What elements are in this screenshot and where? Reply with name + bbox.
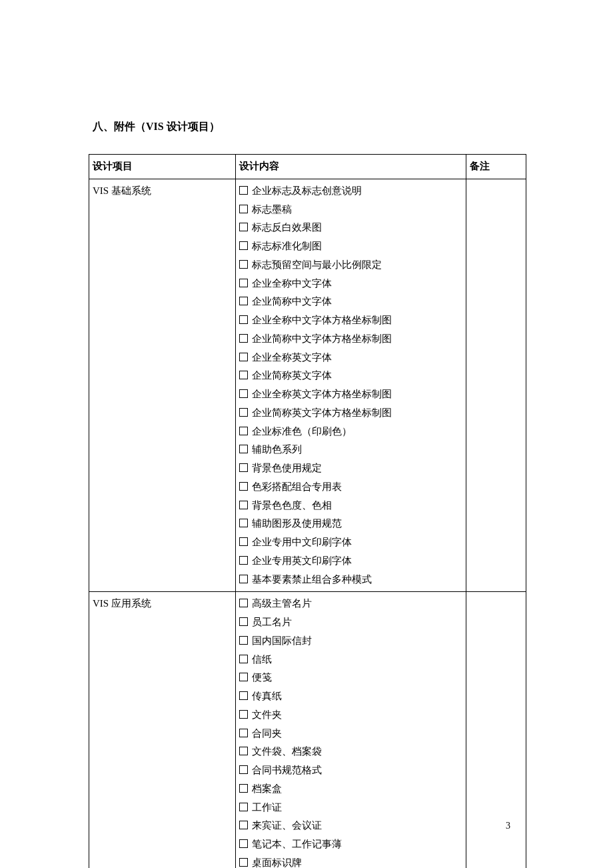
content-item: 员工名片	[239, 613, 462, 632]
content-item-label: 辅助图形及使用规范	[252, 518, 342, 529]
content-item-label: 员工名片	[252, 617, 292, 627]
content-item: 企业专用英文印刷字体	[239, 552, 462, 571]
checkbox-icon	[239, 617, 248, 626]
content-item: 高级主管名片	[239, 595, 462, 613]
content-item-label: 合同夹	[252, 728, 282, 739]
checkbox-icon	[239, 353, 248, 361]
content-item-label: 企业全称中文字体	[252, 278, 332, 289]
content-item: 文件夹	[239, 706, 462, 725]
page-number: 3	[506, 821, 510, 831]
content-item-label: 便笺	[252, 672, 272, 683]
content-item: 基本要素禁止组合多种模式	[239, 571, 462, 589]
checkbox-icon	[239, 655, 248, 663]
content-item: 标志反白效果图	[239, 219, 462, 237]
content-item-label: 文件夹	[252, 709, 282, 720]
cell-content: 企业标志及标志创意说明标志墨稿标志反白效果图标志标准化制图标志预留空间与最小比例…	[236, 179, 466, 592]
content-item-label: 企业全称英文字体方格坐标制图	[252, 389, 392, 399]
content-item: 企业全称英文字体方格坐标制图	[239, 385, 462, 404]
content-item: 标志预留空间与最小比例限定	[239, 256, 462, 275]
content-item: 背景色使用规定	[239, 459, 462, 478]
header-content: 设计内容	[236, 155, 466, 179]
table-row: VIS 应用系统高级主管名片员工名片国内国际信封信纸便笺传真纸文件夹合同夹文件袋…	[89, 592, 526, 868]
content-item-label: 背景色色度、色相	[252, 500, 332, 511]
content-item-label: 标志预留空间与最小比例限定	[252, 259, 382, 270]
checkbox-icon	[239, 371, 248, 379]
header-project: 设计项目	[89, 155, 236, 179]
content-item-label: 文件袋、档案袋	[252, 746, 322, 757]
content-item-label: 企业全称中文字体方格坐标制图	[252, 315, 392, 325]
content-item-label: 合同书规范格式	[252, 765, 322, 775]
checkbox-icon	[239, 315, 248, 324]
content-item-label: 桌面标识牌	[252, 857, 302, 868]
content-item-label: 工作证	[252, 802, 282, 813]
checkbox-icon	[239, 599, 248, 607]
content-item: 企业简称英文字体方格坐标制图	[239, 404, 462, 423]
checkbox-icon	[239, 408, 248, 417]
checkbox-icon	[239, 186, 248, 195]
content-item: 企业简称中文字体	[239, 293, 462, 311]
content-item-label: 企业标准色（印刷色）	[252, 426, 352, 437]
content-item: 合同书规范格式	[239, 761, 462, 780]
checkbox-icon	[239, 482, 248, 491]
content-item-label: 档案盒	[252, 783, 282, 794]
content-item: 信纸	[239, 651, 462, 669]
checkbox-icon	[239, 334, 248, 343]
checkbox-icon	[239, 765, 248, 774]
checkbox-icon	[239, 691, 248, 700]
content-item-label: 基本要素禁止组合多种模式	[252, 574, 372, 585]
checkbox-icon	[239, 821, 248, 829]
content-item: 企业标志及标志创意说明	[239, 182, 462, 201]
checkbox-icon	[239, 710, 248, 719]
content-item-label: 辅助色系列	[252, 444, 302, 455]
content-item-label: 笔记本、工作记事薄	[252, 839, 342, 849]
checkbox-icon	[239, 205, 248, 213]
checkbox-icon	[239, 297, 248, 305]
content-item: 企业简称英文字体	[239, 367, 462, 385]
checkbox-icon	[239, 537, 248, 546]
cell-content: 高级主管名片员工名片国内国际信封信纸便笺传真纸文件夹合同夹文件袋、档案袋合同书规…	[236, 592, 466, 868]
content-item: 工作证	[239, 799, 462, 817]
checkbox-icon	[239, 501, 248, 509]
content-item: 合同夹	[239, 725, 462, 743]
content-item: 桌面标识牌	[239, 854, 462, 868]
checkbox-icon	[239, 747, 248, 755]
checkbox-icon	[239, 839, 248, 848]
checkbox-icon	[239, 389, 248, 398]
checkbox-icon	[239, 556, 248, 565]
checkbox-icon	[239, 729, 248, 737]
content-item: 传真纸	[239, 687, 462, 706]
content-item-label: 背景色使用规定	[252, 463, 322, 473]
content-item-label: 企业专用中文印刷字体	[252, 537, 352, 547]
content-item-label: 企业标志及标志创意说明	[252, 185, 362, 196]
content-item-label: 标志标准化制图	[252, 241, 322, 251]
content-item: 企业标准色（印刷色）	[239, 423, 462, 441]
checkbox-icon	[239, 673, 248, 681]
checkbox-icon	[239, 575, 248, 583]
content-item: 背景色色度、色相	[239, 497, 462, 515]
content-item-label: 来宾证、会议证	[252, 820, 322, 831]
content-item: 企业全称中文字体	[239, 275, 462, 293]
checkbox-icon	[239, 223, 248, 231]
checkbox-icon	[239, 784, 248, 793]
content-item-label: 企业全称英文字体	[252, 352, 332, 363]
content-item-label: 传真纸	[252, 691, 282, 701]
checkbox-icon	[239, 463, 248, 472]
checkbox-icon	[239, 241, 248, 250]
content-item-label: 企业简称英文字体	[252, 370, 332, 381]
content-item-label: 色彩搭配组合专用表	[252, 481, 342, 492]
vis-table: 设计项目 设计内容 备注 VIS 基础系统企业标志及标志创意说明标志墨稿标志反白…	[89, 154, 526, 868]
cell-project: VIS 基础系统	[89, 179, 236, 592]
content-item-label: 国内国际信封	[252, 635, 312, 646]
content-item-label: 企业专用英文印刷字体	[252, 555, 352, 566]
content-item: 笔记本、工作记事薄	[239, 835, 462, 854]
content-item: 企业简称中文字体方格坐标制图	[239, 330, 462, 349]
content-item: 标志标准化制图	[239, 237, 462, 256]
checkbox-icon	[239, 427, 248, 435]
checkbox-icon	[239, 279, 248, 287]
table-row: VIS 基础系统企业标志及标志创意说明标志墨稿标志反白效果图标志标准化制图标志预…	[89, 179, 526, 592]
content-item: 辅助图形及使用规范	[239, 515, 462, 533]
content-item: 企业全称中文字体方格坐标制图	[239, 311, 462, 330]
checkbox-icon	[239, 636, 248, 645]
cell-remark	[466, 592, 526, 868]
content-item: 便笺	[239, 669, 462, 687]
